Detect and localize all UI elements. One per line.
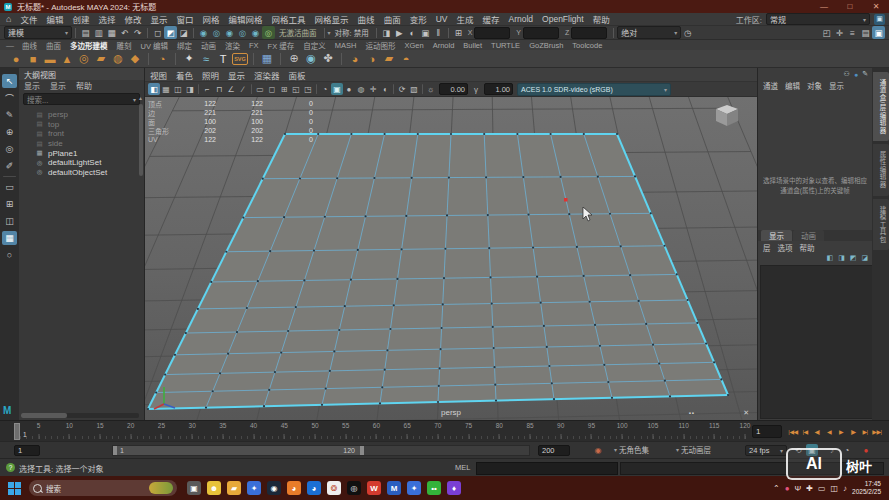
app-wechat-icon[interactable]: •• [427,481,441,495]
sphere-toggle-icon[interactable]: ● [854,71,858,78]
tray-display-icon[interactable]: ▭ [818,484,826,493]
rotate-tool-icon[interactable]: ◎ [2,142,17,156]
shadows-icon[interactable]: ✛ [367,83,379,95]
lasso-tool-icon[interactable]: ⌒ [2,91,17,105]
tray-pink-icon[interactable]: ● [785,484,790,493]
gamma-input[interactable]: 1.00 [484,83,513,95]
snap-curve-icon[interactable]: ◎ [210,26,223,39]
range-track[interactable]: 1 120 [112,445,530,456]
character-set-icon[interactable]: ◉ [592,444,604,456]
menu-item[interactable]: 创建 [72,13,89,25]
taskbar-search-input[interactable]: 搜索 [29,480,177,496]
bookmark-icon[interactable]: ◨ [184,83,196,95]
layout-four-pane-icon[interactable]: ⊞ [2,197,17,211]
outliner-item-defaultobjectset[interactable]: ◎ defaultObjectSet [19,168,144,178]
menu-item[interactable]: Arnold [509,14,534,24]
zoom-tool-icon[interactable]: ○ [2,248,17,262]
viewport-toolbar-icon[interactable] [251,84,252,94]
scroll-up-icon[interactable]: ▲ [138,95,143,101]
separate-icon[interactable]: ◓ [398,51,414,66]
shelf-tab[interactable]: 绑定 [177,40,192,51]
shelf-tab[interactable]: MASH [335,41,357,50]
ipr-render-icon[interactable]: ◐ [406,26,419,39]
new-layer-icon[interactable]: ◩ [850,254,857,262]
poly-platonic-icon[interactable]: ◆ [127,51,143,66]
z-input[interactable] [571,27,607,39]
animation-prefs-icon[interactable]: ◔ [841,444,853,456]
menu-item[interactable]: 网格显示 [315,13,349,25]
layout-single-pane-icon[interactable]: ▭ [2,180,17,194]
menu-item[interactable]: 帮助 [593,13,610,25]
layer-menu-item[interactable]: 帮助 [800,242,815,253]
snap-grid-icon[interactable]: ◉ [197,26,210,39]
viewport-corner-icons[interactable]: ▪▪ [689,410,695,416]
grid-icon[interactable]: ⊞ [452,26,465,39]
shelf-icon[interactable] [341,53,342,65]
viewport-toolbar-icon[interactable] [393,84,394,94]
app-blender-icon[interactable]: ◕ [287,481,301,495]
viewport-menu-item[interactable]: 视图 [150,69,167,81]
sound-icon[interactable]: ♪ [826,444,838,456]
gate-mask-icon[interactable]: ◻ [266,83,278,95]
toggle-channel-box-icon[interactable]: ▤ [859,26,872,39]
channel-box-menu-item[interactable]: 通道 [763,80,778,91]
outliner-item-front[interactable]: ▤ front [19,129,144,139]
sweep-mesh-icon[interactable]: ◔ [154,51,170,66]
viewport-toolbar-icon[interactable] [422,84,423,94]
maximize-button[interactable]: □ [837,0,863,13]
render-settings-icon[interactable]: ▣ [419,26,432,39]
shelf-tab[interactable]: FX 缓存 [268,40,295,51]
app-color-wheel-icon[interactable]: ❂ [327,481,341,495]
shelf-tab[interactable]: 自定义 [303,40,326,51]
poly-cube-icon[interactable]: ■ [25,51,41,66]
outliner-horizontal-scrollbar[interactable] [21,413,139,418]
outliner-search-input[interactable]: 搜索... ▾ [23,93,140,105]
type-tool-icon[interactable]: T [215,51,231,66]
svg-tool-icon[interactable]: SVG [232,53,248,65]
menu-item[interactable]: 编辑 [46,13,63,25]
poly-disc-icon[interactable]: ◍ [110,51,126,66]
start-button[interactable] [8,482,21,495]
channel-box-menu-item[interactable]: 编辑 [785,80,800,91]
sidebar-vertical-tab[interactable]: 通道盒/层编辑器 [873,72,889,141]
toggle-attribute-editor-icon[interactable]: ≡ [846,26,859,39]
tool-icon[interactable] [3,176,16,177]
menu-item[interactable]: 文件 [20,13,37,25]
outliner-item-side[interactable]: ▤ side [19,139,144,149]
sidebar-active-icon[interactable]: ▣ [872,26,885,39]
animation-start-input[interactable]: 1 [14,445,40,456]
status-icon[interactable] [193,28,194,38]
animation-end-input[interactable]: 200 [538,445,570,456]
joint-icon[interactable]: ⊕ [286,51,302,66]
lock-camera-icon[interactable]: ▦ [160,83,172,95]
field-chart-icon[interactable]: ⊞ [278,83,290,95]
range-end-handle[interactable] [360,446,364,455]
anim-layer-select[interactable]: ▾ 无动画层 [676,444,711,455]
new-scene-icon[interactable]: ▤ [79,26,92,39]
menu-item[interactable]: 曲面 [384,13,401,25]
poly-sphere-icon[interactable]: ● [8,51,24,66]
outliner-menu-item[interactable]: 显示 [24,80,40,91]
menu-item[interactable]: 窗口 [177,13,194,25]
close-button[interactable]: ✕ [863,0,889,13]
grid-toggle-icon[interactable]: ∠ [225,83,237,95]
poly-torus-icon[interactable]: ◎ [76,51,92,66]
current-time-marker[interactable] [14,423,20,440]
boolean-union-icon[interactable]: ◕ [347,51,363,66]
anti-alias-icon[interactable]: ▧ [408,83,420,95]
save-scene-icon[interactable]: ▦ [105,26,118,39]
mel-input[interactable] [476,462,618,475]
viewport-menu-item[interactable]: 面板 [289,69,306,81]
menu-item[interactable]: 缓存 [482,13,499,25]
step-back-frame-button[interactable]: ◀| [811,424,823,438]
layout-current-icon[interactable]: ▦ [2,231,17,245]
workspace-select[interactable]: 常规 ▾ [766,13,870,25]
pause-viewport-icon[interactable]: ‖ [432,26,445,39]
film-gate-icon[interactable]: ∕ [237,83,249,95]
viewport-toolbar-icon[interactable] [316,84,317,94]
shelf-tab[interactable]: 渲染 [225,40,240,51]
range-start-handle[interactable] [113,446,117,455]
mel-label[interactable]: MEL [455,463,470,472]
menu-item[interactable]: 编辑网格 [229,13,263,25]
gamma-icon[interactable]: γ [470,83,482,95]
